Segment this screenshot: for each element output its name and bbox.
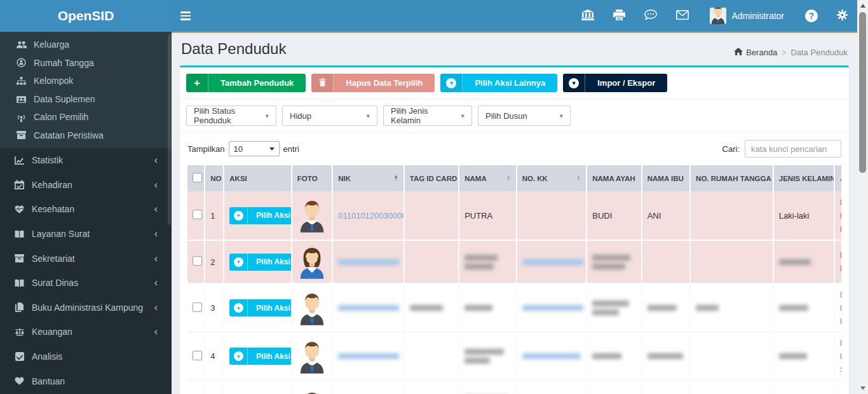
sidebar-item-sekretariat[interactable]: Sekretariat‹ [0,246,172,271]
cell-nama_ayah: BUDI [592,211,612,221]
row-action-button[interactable]: ▼Pilih Aksi [229,299,292,316]
cell-nama: PUTRA [465,211,492,221]
sidebar-item-kelompok[interactable]: Kelompok [0,72,172,90]
help-icon: ? [805,10,818,22]
entries-select[interactable]: 10 [229,141,280,156]
sidebar-item-keluarga[interactable]: Keluarga [0,36,172,54]
sidebar-item-keuangan[interactable]: Keuangan‹ [0,320,172,344]
sidebar-item-kehadiran[interactable]: Kehadiran‹ [0,173,172,198]
sidebar-item-kesehatan[interactable]: Kesehatan‹ [0,197,172,222]
user-avatar [710,8,726,24]
sidebar-item-surat-dinas[interactable]: Surat Dinas‹ [0,271,172,296]
column-header-nama[interactable]: NAMA▲▼ [459,165,517,191]
comments-button[interactable] [635,0,667,32]
sidebar-toggle-button[interactable] [172,0,200,32]
data-box: +Tambah PendudukHapus Data Terpilih▼Pili… [180,65,849,394]
app-logo[interactable]: OpenSID [0,0,172,32]
heart-icon [14,377,25,385]
archive-icon [16,131,27,139]
settings-button[interactable] [827,0,857,32]
filter-status-hidup[interactable]: Hidup▾ [282,105,377,126]
resident-photo[interactable] [297,339,327,374]
plus-icon: + [194,78,200,88]
filter-row: Pilih Status Penduduk▾Hidup▾Pilih Jenis … [180,99,849,133]
sidebar-submenu: KeluargaRumah TanggaKelompokData Supleme… [0,32,172,148]
scroll-down-arrow[interactable] [860,386,865,390]
redacted-nama [465,349,510,363]
sort-icon: ▲▼ [576,175,581,180]
sidebar-item-calon-pemilih[interactable]: Calon Pemilih [0,108,172,126]
resident-photo[interactable] [297,198,327,233]
list-controls: Tampilkan 10 entri Cari: [180,133,849,165]
filter-dusun[interactable]: Pilih Dusun▾ [478,105,571,126]
redacted-nama [465,305,510,311]
scale-icon [14,328,25,336]
page-scrollbar[interactable] [857,0,868,394]
comments-icon [644,10,657,23]
select-all-checkbox[interactable] [193,173,202,182]
main-content: Data Penduduk Beranda > Data Penduduk +T… [172,32,857,394]
redacted-jenis_kelamin [779,259,829,265]
table-row: 5▼Pilih AksiPD [187,381,841,394]
resident-photo[interactable] [297,390,327,394]
column-header-no_kk[interactable]: NO. KK▲▼ [517,165,588,191]
user-menu[interactable]: Administrator [698,0,796,32]
sidebar-item-rumah-tangga[interactable]: Rumah Tangga [0,54,172,72]
row-action-button[interactable]: ▼Pilih Aksi [229,207,292,224]
cell-alamat: PDK [840,196,841,236]
circle-down-icon: ▼ [234,351,243,361]
print-button[interactable] [604,0,635,32]
hapus-data-terpilih-button[interactable]: Hapus Data Terpilih [311,74,435,92]
sort-icon: ▲▼ [393,175,398,180]
row-number: 4 [210,351,215,361]
column-header-foto: FOTO [292,165,333,191]
column-header-no: NO [205,165,224,191]
row-checkbox[interactable] [193,256,202,266]
search-input[interactable] [745,140,841,158]
breadcrumb-home-link[interactable]: Beranda [734,48,777,57]
row-action-button[interactable]: ▼Pilih Aksi [229,348,292,365]
row-checkbox[interactable] [193,351,202,360]
sidebar-item-statistik[interactable]: Statistik‹ [0,148,172,173]
column-header-select [187,165,205,191]
institution-icon [581,10,594,23]
sidebar-item-buku-administrasi-kampung[interactable]: Buku Administrasi Kampung‹ [0,296,172,320]
mail-button[interactable] [667,0,698,32]
sidebar-item-layanan-surat[interactable]: Layanan Surat‹ [0,222,172,247]
cell-nik-link[interactable]: 0110101200300002 [338,211,405,221]
filter-status-penduduk[interactable]: Pilih Status Penduduk▾ [186,105,276,126]
gear-icon [837,10,848,23]
circle-down-icon: ▼ [234,211,243,221]
resident-photo[interactable] [297,291,327,325]
redacted-nik [338,353,398,359]
penduduk-table: NOAKSIFOTONIK▲▼TAG ID CARDNAMA▲▼NO. KK▲▼… [187,165,841,394]
row-checkbox[interactable] [193,302,202,312]
resident-photo[interactable] [297,245,327,279]
help-button[interactable]: ? [796,0,827,32]
scrollbar-thumb[interactable] [859,12,866,173]
tambah-penduduk-button[interactable]: +Tambah Penduduk [186,74,306,92]
sidebar-item-analisis[interactable]: Analisis [0,344,172,369]
institution-icon-button[interactable] [572,0,604,32]
sidebar-item-catatan-peristiwa[interactable]: Catatan Peristiwa [0,126,172,145]
cell-alamat: PDS [840,336,841,376]
impor-ekspor-button[interactable]: ▼Impor / Ekspor [563,74,667,92]
caret-down-icon: ▾ [366,112,370,120]
circle-down-icon: ▼ [234,257,243,267]
cell-alamat: PD [840,248,841,275]
sidebar-scrollbar[interactable] [168,34,171,225]
redacted-nik [338,305,398,311]
filter-jenis-kelamin[interactable]: Pilih Jenis Kelamin▾ [383,105,472,126]
row-action-button[interactable]: ▼Pilih Aksi [229,254,292,271]
top-navbar: OpenSID Administrator ? [0,0,857,32]
scroll-up-arrow[interactable] [860,4,865,8]
table-wrap: NOAKSIFOTONIK▲▼TAG ID CARDNAMA▲▼NO. KK▲▼… [187,165,841,394]
column-header-nik[interactable]: NIK▲▼ [333,165,405,191]
sidebar-item-bantuan[interactable]: Bantuan [0,369,172,393]
row-checkbox[interactable] [193,210,202,219]
row-number: 2 [210,257,215,267]
pilih-aksi-lainnya-button[interactable]: ▼Pilih Aksi Lainnya [440,74,557,92]
calcheck-icon [14,180,25,189]
sidebar-item-data-suplemen[interactable]: Data Suplemen [0,90,172,109]
redacted-jenis_kelamin [779,305,829,311]
